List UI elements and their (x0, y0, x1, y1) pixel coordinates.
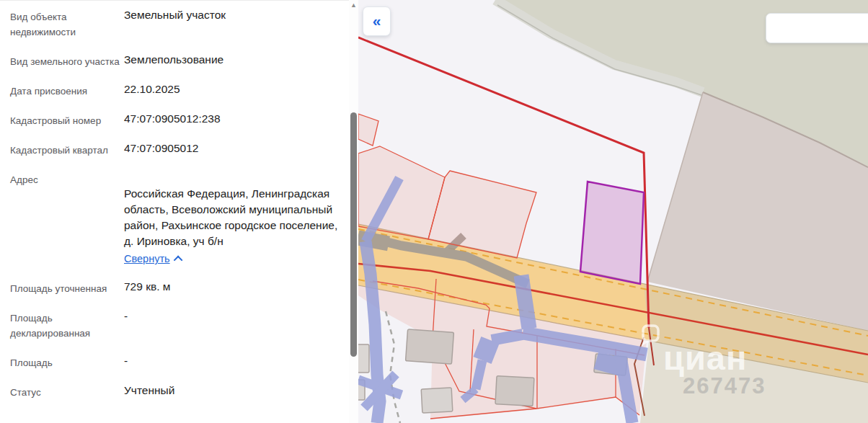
field-address: Адрес Российская Федерация, Ленинградска… (0, 170, 349, 267)
parcel-info-panel: Вид объекта недвижимости Земельный участ… (0, 0, 349, 423)
field-cadastral-quarter: Кадастровый квартал 47:07:0905012 (0, 141, 349, 158)
building (495, 376, 534, 406)
field-label: Площадь уточненная (10, 279, 124, 296)
field-label: Адрес (10, 170, 124, 267)
field-label: Кадастровый квартал (10, 141, 124, 158)
field-label: Кадастровый номер (10, 111, 124, 128)
field-value: - (124, 308, 342, 341)
field-label: Площадь декларированная (10, 308, 124, 341)
collapse-panel-button[interactable]: « (363, 6, 391, 36)
field-label: Дата присвоения (10, 81, 124, 99)
field-value: - (124, 353, 342, 370)
scrollbar-up-arrow-icon[interactable]: ▲ (350, 1, 358, 9)
field-value: 47:07:0905012:238 (124, 111, 342, 128)
field-value: Земельный участок (124, 7, 342, 40)
field-label: Площадь (10, 353, 124, 370)
field-value: 47:07:0905012 (124, 141, 342, 158)
field-value: 729 кв. м (124, 279, 342, 296)
panel-scrollbar[interactable]: ▲ (349, 0, 358, 423)
field-object-kind: Вид объекта недвижимости Земельный участ… (0, 7, 349, 40)
field-label: Вид объекта недвижимости (10, 7, 124, 40)
double-chevron-left-icon: « (373, 13, 381, 28)
field-area-refined: Площадь уточненная 729 кв. м (0, 279, 349, 296)
field-cadastral-number: Кадастровый номер 47:07:0905012:238 (0, 111, 349, 128)
watermark-number: 267473 (683, 373, 766, 398)
building (421, 388, 453, 413)
scrollbar-thumb[interactable] (350, 112, 357, 357)
chevron-up-icon (173, 255, 182, 264)
status-value: Учтенный (124, 383, 342, 400)
selected-parcel[interactable] (580, 182, 644, 284)
collapse-address-link[interactable]: Свернуть (124, 251, 182, 267)
field-label: Вид земельного участка (10, 52, 124, 69)
cadastral-map-page: Вид объекта недвижимости Земельный участ… (0, 0, 868, 423)
map-canvas[interactable]: циан 267473 (358, 0, 868, 423)
building (358, 344, 369, 373)
address-text: Российская Федерация, Ленинградская обла… (124, 187, 337, 247)
field-value: 22.10.2025 (124, 81, 342, 99)
field-label: Статус (10, 383, 124, 400)
watermark-brand: циан (663, 339, 747, 377)
map-search-input[interactable] (766, 13, 868, 43)
building (406, 329, 454, 364)
field-assignment-date: Дата присвоения 22.10.2025 (0, 81, 349, 99)
field-status: Статус Учтенный (0, 383, 349, 400)
field-area: Площадь - (0, 353, 349, 370)
field-value: Землепользование (124, 52, 342, 69)
field-parcel-kind: Вид земельного участка Землепользование (0, 52, 349, 69)
collapse-link-label[interactable]: Свернуть (124, 251, 170, 267)
field-value: Российская Федерация, Ленинградская обла… (124, 170, 342, 267)
cadastral-map[interactable]: циан 267473 « (358, 0, 868, 423)
field-area-declared: Площадь декларированная - (0, 308, 349, 341)
